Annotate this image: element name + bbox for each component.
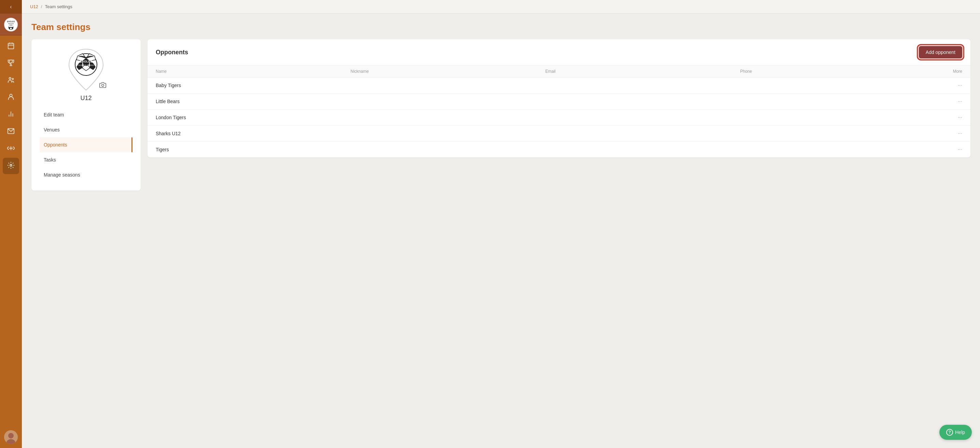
volunteer-icon: [7, 145, 15, 154]
sidebar-back-button[interactable]: ‹: [0, 0, 22, 14]
camera-icon[interactable]: [99, 82, 106, 90]
svg-text:EAGLES: EAGLES: [80, 60, 92, 63]
svg-point-20: [10, 164, 12, 166]
col-header-more: More: [935, 69, 962, 74]
breadcrumb-current: Team settings: [45, 4, 72, 9]
col-header-nickname: Nickname: [351, 69, 546, 74]
trophy-icon: [7, 59, 15, 68]
opponent-more-button[interactable]: ···: [935, 82, 962, 89]
opponents-card: Opponents Add opponent Name Nickname Ema…: [148, 39, 970, 157]
help-button[interactable]: ? Help: [939, 425, 972, 440]
opponent-name: Sharks U12: [156, 131, 351, 136]
table-header: Name Nickname Email Phone More: [148, 65, 970, 78]
main-content: U12 / Team settings Team settings: [22, 0, 980, 448]
team-logo-area: EAGLES ALWAYS RISING U12: [40, 48, 132, 102]
mail-icon: [7, 127, 15, 137]
settings-icon: [7, 162, 15, 171]
sidebar-item-volunteer[interactable]: [3, 141, 19, 157]
sidebar-item-person[interactable]: [3, 89, 19, 106]
menu-item-opponents[interactable]: Opponents: [40, 137, 132, 152]
chart-icon: [7, 110, 15, 119]
col-header-name: Name: [156, 69, 351, 74]
team-name: U12: [80, 95, 92, 102]
svg-text:ALWAYS RISING: ALWAYS RISING: [78, 64, 94, 66]
svg-point-13: [9, 77, 11, 79]
svg-text:PARTNER: PARTNER: [8, 23, 14, 25]
sidebar-item-calendar[interactable]: [3, 38, 19, 55]
calendar-icon: [7, 42, 15, 51]
opponents-title: Opponents: [156, 49, 188, 56]
menu-item-manage-seasons[interactable]: Manage seasons: [40, 167, 132, 182]
opponent-name: Baby Tigers: [156, 83, 351, 88]
svg-point-15: [10, 94, 12, 96]
sidebar-item-settings[interactable]: [3, 158, 19, 174]
opponent-name: Tigers: [156, 147, 351, 152]
opponent-more-button[interactable]: ···: [935, 114, 962, 121]
svg-point-22: [8, 433, 14, 438]
col-header-email: Email: [545, 69, 740, 74]
col-header-phone: Phone: [740, 69, 935, 74]
avatar: [4, 430, 18, 444]
help-icon: ?: [946, 429, 953, 436]
content-area: Team settings: [22, 14, 980, 448]
team-logo: EAGLES ALWAYS RISING: [64, 48, 108, 92]
opponent-more-button[interactable]: ···: [935, 130, 962, 137]
svg-rect-9: [8, 43, 14, 49]
breadcrumb-separator: /: [41, 4, 42, 9]
sidebar-item-trophy[interactable]: [3, 55, 19, 72]
team-icon: [7, 76, 15, 85]
sidebar: ‹ EAGLES PARTNER: [0, 0, 22, 448]
logo-circle: EAGLES PARTNER: [4, 18, 18, 32]
table-row: Baby Tigers ···: [148, 78, 970, 94]
svg-point-14: [12, 78, 14, 79]
person-icon: [7, 93, 15, 102]
sidebar-item-chart[interactable]: [3, 106, 19, 123]
add-opponent-button[interactable]: Add opponent: [919, 46, 962, 59]
menu-item-venues[interactable]: Venues: [40, 122, 132, 137]
sidebar-nav: [3, 35, 19, 426]
opponent-name: London Tigers: [156, 115, 351, 120]
menu-item-tasks[interactable]: Tasks: [40, 152, 132, 167]
user-avatar-area[interactable]: [0, 426, 22, 448]
page-title: Team settings: [32, 22, 970, 32]
sidebar-item-team[interactable]: [3, 72, 19, 89]
table-row: London Tigers ···: [148, 110, 970, 126]
opponent-more-button[interactable]: ···: [935, 98, 962, 105]
sidebar-item-mail[interactable]: [3, 124, 19, 140]
svg-text:EAGLES: EAGLES: [7, 21, 15, 22]
breadcrumb: U12 / Team settings: [30, 4, 972, 9]
cards-row: EAGLES ALWAYS RISING U12: [32, 39, 970, 191]
left-menu: Edit team Venues Opponents Tasks Manage …: [40, 107, 132, 182]
svg-point-33: [102, 84, 104, 87]
opponents-table: Name Nickname Email Phone More Baby Tige…: [148, 65, 970, 157]
top-bar: U12 / Team settings: [22, 0, 980, 14]
opponent-name: Little Bears: [156, 98, 351, 104]
help-label: Help: [955, 430, 965, 435]
opponents-header: Opponents Add opponent: [148, 39, 970, 65]
table-row: Sharks U12 ···: [148, 126, 970, 142]
table-row: Little Bears ···: [148, 94, 970, 110]
left-panel-card: EAGLES ALWAYS RISING U12: [32, 39, 141, 191]
breadcrumb-u12-link[interactable]: U12: [30, 4, 38, 9]
back-icon: ‹: [10, 4, 12, 10]
menu-item-edit-team[interactable]: Edit team: [40, 107, 132, 122]
table-row: Tigers ···: [148, 142, 970, 157]
opponent-more-button[interactable]: ···: [935, 146, 962, 153]
sidebar-logo: EAGLES PARTNER: [0, 14, 22, 35]
